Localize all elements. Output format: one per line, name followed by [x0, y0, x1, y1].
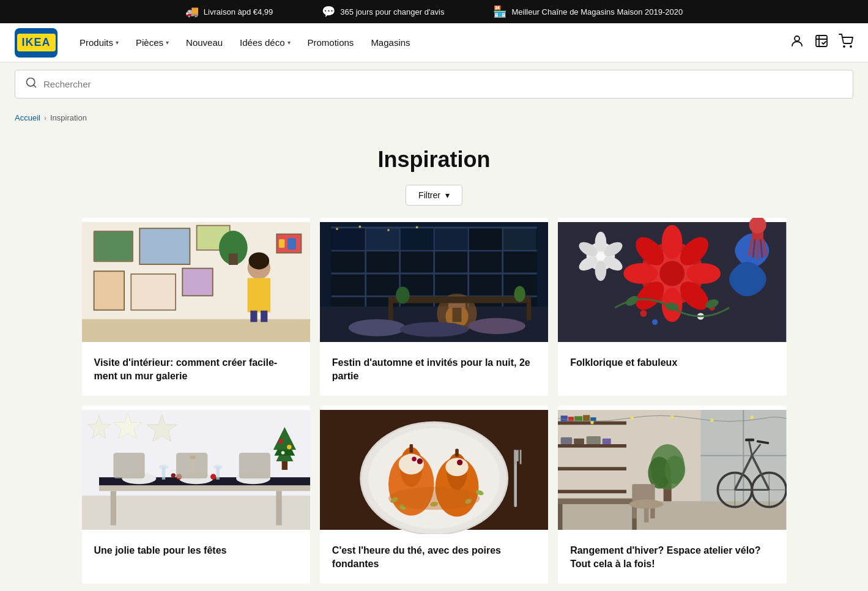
svg-point-65	[358, 226, 361, 228]
card-body: Une jolie table pour les fêtes	[82, 534, 310, 570]
svg-point-79	[659, 261, 684, 286]
card-body: Visite d'intérieur: comment créer facile…	[82, 346, 310, 396]
svg-point-130	[210, 474, 215, 479]
search-input[interactable]	[43, 79, 843, 89]
svg-point-126	[278, 439, 283, 443]
svg-rect-154	[519, 450, 521, 464]
svg-rect-49	[469, 228, 502, 250]
card-image-wrapper	[558, 218, 786, 346]
banner-award-text: Meilleur Chaîne de Magasins Maison 2019-…	[511, 7, 683, 17]
card-bike-workshop[interactable]: Rangement d'hiver? Espace atelier vélo? …	[558, 406, 786, 584]
nav-promotions[interactable]: Promotions	[300, 32, 362, 53]
svg-rect-133	[176, 453, 207, 478]
svg-point-82	[595, 232, 607, 253]
svg-point-199	[590, 421, 594, 425]
svg-rect-63	[452, 308, 461, 322]
svg-rect-32	[278, 239, 284, 248]
chevron-down-icon: ▾	[287, 39, 291, 46]
svg-rect-175	[561, 437, 573, 444]
svg-point-64	[336, 228, 338, 230]
card-body: Festin d'automne et invités pour la nuit…	[320, 346, 548, 396]
nav-pieces[interactable]: Pièces ▾	[128, 32, 176, 53]
svg-point-127	[287, 445, 291, 449]
svg-rect-12	[94, 232, 132, 261]
nav-produits[interactable]: Produits ▾	[72, 32, 126, 53]
award-icon: 🏪	[493, 5, 506, 18]
wishlist-icon[interactable]	[814, 34, 829, 52]
filter-label: Filtrer	[418, 190, 440, 200]
svg-point-89	[640, 310, 647, 317]
svg-rect-47	[400, 228, 433, 250]
svg-point-131	[171, 473, 175, 477]
card-pear-tea[interactable]: C'est l'heure du thé, avec des poires fo…	[320, 406, 548, 584]
nav-magasins[interactable]: Magasins	[363, 32, 417, 53]
banner-returns-text: 365 jours pour changer d'avis	[340, 7, 444, 17]
svg-point-23	[248, 252, 269, 269]
filter-chevron-icon: ▾	[445, 190, 450, 200]
svg-point-195	[665, 455, 686, 484]
banner-delivery: 🚚 Livraison àpd €4,99	[185, 5, 273, 18]
svg-rect-111	[276, 491, 281, 525]
inspiration-grid: Visite d'intérieur: comment créer facile…	[67, 218, 801, 584]
account-icon[interactable]	[790, 34, 804, 52]
svg-point-128	[281, 451, 284, 455]
card-title: C'est l'heure du thé, avec des poires fo…	[332, 544, 536, 571]
svg-point-59	[348, 319, 405, 336]
card-christmas-table[interactable]: Une jolie table pour les fêtes	[82, 406, 310, 584]
breadcrumb-separator: ›	[44, 114, 46, 122]
svg-rect-62	[448, 303, 466, 308]
card-title: Une jolie table pour les fêtes	[94, 544, 298, 557]
nav-nouveau[interactable]: Nouveau	[179, 32, 230, 53]
svg-point-203	[751, 415, 754, 419]
svg-rect-143	[455, 448, 459, 456]
svg-point-144	[399, 454, 424, 475]
nav-idees-deco[interactable]: Idées déco ▾	[232, 32, 297, 53]
card-autumn-slumber[interactable]: Festin d'automne et invités pour la nuit…	[320, 218, 548, 396]
svg-rect-173	[583, 415, 590, 421]
svg-rect-140	[409, 444, 413, 453]
card-folklorique[interactable]: Folklorique et fabuleux	[558, 218, 786, 396]
svg-point-200	[631, 416, 634, 420]
breadcrumb: Accueil › Inspiration	[0, 106, 868, 130]
header: IKEA Produits ▾ Pièces ▾ Nouveau Idées d…	[0, 23, 868, 62]
svg-rect-178	[603, 438, 611, 444]
svg-point-66	[387, 229, 390, 231]
svg-rect-196	[558, 498, 638, 504]
svg-point-157	[412, 456, 416, 461]
svg-point-137	[368, 428, 500, 529]
svg-point-117	[158, 464, 168, 469]
cart-icon[interactable]	[839, 34, 853, 52]
svg-rect-153	[517, 450, 519, 461]
banner-award: 🏪 Meilleur Chaîne de Magasins Maison 201…	[493, 5, 683, 18]
card-body: Rangement d'hiver? Espace atelier vélo? …	[558, 534, 786, 584]
svg-point-67	[416, 226, 418, 229]
svg-point-202	[710, 418, 714, 422]
page-title: Inspiration	[0, 130, 868, 185]
search-bar	[0, 62, 868, 106]
ikea-logo[interactable]: IKEA	[15, 28, 57, 58]
filter-button[interactable]: Filtrer ▾	[406, 185, 462, 206]
card-title: Festin d'automne et invités pour la nuit…	[332, 356, 536, 384]
svg-rect-152	[514, 450, 516, 464]
svg-rect-25	[94, 272, 124, 310]
svg-point-4	[844, 46, 845, 47]
svg-rect-174	[590, 417, 596, 422]
svg-rect-18	[228, 253, 237, 265]
delivery-icon: 🚚	[185, 5, 199, 18]
svg-rect-168	[558, 467, 626, 470]
svg-rect-204	[632, 484, 655, 501]
card-image-wrapper	[320, 218, 548, 346]
svg-rect-132	[113, 453, 144, 478]
card-image-wrapper	[82, 218, 310, 346]
svg-rect-20	[247, 278, 270, 312]
svg-point-88	[596, 252, 606, 261]
svg-point-145	[445, 458, 468, 476]
card-gallery-wall[interactable]: Visite d'intérieur: comment créer facile…	[82, 218, 310, 396]
svg-rect-208	[644, 508, 648, 522]
chevron-down-icon: ▾	[116, 39, 119, 46]
svg-point-77	[623, 263, 658, 284]
svg-point-201	[670, 415, 674, 418]
svg-rect-29	[183, 269, 212, 296]
svg-rect-176	[574, 438, 584, 444]
breadcrumb-home-link[interactable]: Accueil	[15, 113, 40, 122]
